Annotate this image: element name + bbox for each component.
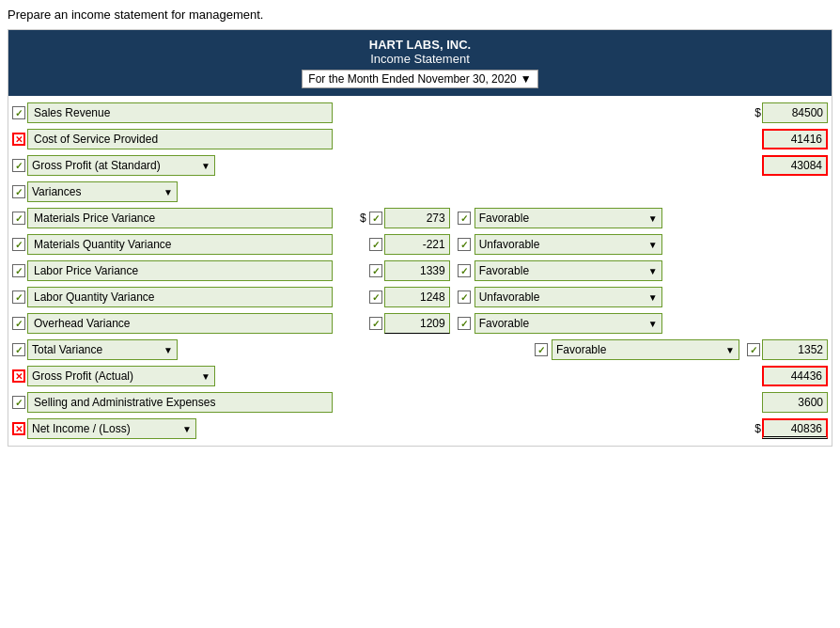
mat-price-checkbox[interactable] — [12, 212, 25, 225]
sales-revenue-row: Sales Revenue $ 84500 — [8, 100, 832, 126]
labor-qty-label[interactable]: Labor Quantity Variance — [27, 287, 333, 307]
statement-header: HART LABS, INC. Income Statement For the… — [8, 30, 832, 96]
gross-profit-std-dropdown[interactable]: Gross Profit (at Standard) ▼ — [27, 155, 215, 176]
mat-qty-variance-arrow: ▼ — [648, 240, 658, 250]
company-name: HART LABS, INC. — [12, 38, 828, 52]
total-variance-row: Total Variance ▼ Favorable ▼ 1352 — [8, 337, 832, 363]
total-variance-label: Total Variance — [32, 343, 102, 356]
variances-row: Variances ▼ — [8, 179, 832, 205]
variances-arrow: ▼ — [163, 187, 173, 197]
total-variance-arrow: ▼ — [163, 345, 173, 355]
cost-of-service-row: Cost of Service Provided 41416 — [8, 126, 832, 152]
total-variance-type-dropdown[interactable]: Favorable ▼ — [552, 339, 739, 360]
mat-qty-row: Materials Quantity Variance $ -221 Unfav… — [8, 231, 832, 258]
total-variance-dropdown[interactable]: Total Variance ▼ — [27, 339, 178, 360]
mat-qty-amt-checkbox[interactable] — [369, 238, 382, 251]
labor-price-label[interactable]: Labor Price Variance — [27, 260, 333, 281]
mat-qty-amount[interactable]: -221 — [384, 234, 450, 255]
labor-qty-checkbox[interactable] — [12, 290, 25, 304]
gross-profit-actual-arrow: ▼ — [201, 371, 210, 382]
cost-of-service-label[interactable]: Cost of Service Provided — [27, 129, 333, 149]
labor-price-checkbox[interactable] — [12, 264, 25, 277]
gross-profit-actual-checkbox[interactable] — [12, 369, 25, 383]
gross-profit-actual-label: Gross Profit (Actual) — [32, 369, 133, 383]
total-variance-checkbox[interactable] — [12, 343, 25, 356]
cost-of-service-checkbox[interactable] — [12, 133, 25, 146]
gross-profit-std-amount[interactable]: 43084 — [762, 155, 828, 176]
overhead-variance-dropdown[interactable]: Favorable ▼ — [474, 313, 662, 334]
mat-price-amt-checkbox[interactable] — [369, 212, 382, 225]
overhead-row: Overhead Variance $ 1209 Favorable ▼ — [8, 310, 832, 337]
net-income-checkbox[interactable] — [12, 422, 25, 435]
labor-price-var-checkbox[interactable] — [458, 264, 471, 277]
gross-profit-std-row: Gross Profit (at Standard) ▼ 43084 — [8, 152, 832, 179]
net-income-row: Net Income / (Loss) ▼ $ 40836 — [8, 416, 832, 442]
labor-price-amount[interactable]: 1339 — [384, 260, 450, 281]
overhead-checkbox[interactable] — [12, 317, 25, 330]
labor-price-amt-checkbox[interactable] — [369, 264, 382, 277]
overhead-label[interactable]: Overhead Variance — [27, 313, 333, 334]
labor-qty-variance-arrow: ▼ — [648, 292, 658, 303]
total-variance-var-checkbox[interactable] — [535, 343, 548, 356]
period-label: For the Month Ended November 30, 2020 — [308, 72, 516, 86]
period-dropdown-arrow: ▼ — [521, 72, 532, 86]
sales-revenue-checkbox[interactable] — [12, 106, 25, 119]
labor-qty-var-checkbox[interactable] — [458, 290, 471, 304]
mat-price-variance-arrow: ▼ — [648, 213, 658, 224]
gross-profit-actual-amount[interactable]: 44436 — [762, 366, 828, 386]
labor-qty-row: Labor Quantity Variance $ 1248 Unfavorab… — [8, 284, 832, 310]
mat-qty-checkbox[interactable] — [12, 238, 25, 251]
statement-body: Sales Revenue $ 84500 Cost of Service Pr… — [8, 96, 832, 446]
variances-label: Variances — [32, 185, 81, 198]
variances-checkbox[interactable] — [12, 185, 25, 198]
mat-qty-label[interactable]: Materials Quantity Variance — [27, 234, 333, 255]
period-selector[interactable]: For the Month Ended November 30, 2020 ▼ — [302, 70, 537, 88]
labor-qty-amt-checkbox[interactable] — [369, 290, 382, 304]
gross-profit-std-checkbox[interactable] — [12, 159, 25, 172]
total-variance-type-arrow: ▼ — [725, 345, 735, 355]
overhead-variance-arrow: ▼ — [648, 319, 658, 329]
overhead-variance-label: Favorable — [479, 317, 529, 330]
selling-admin-label[interactable]: Selling and Administrative Expenses — [27, 392, 333, 413]
cost-of-service-amount[interactable]: 41416 — [762, 129, 828, 149]
selling-admin-row: Selling and Administrative Expenses 3600 — [8, 389, 832, 416]
gross-profit-std-arrow: ▼ — [201, 161, 210, 171]
gross-profit-actual-dropdown[interactable]: Gross Profit (Actual) ▼ — [27, 366, 215, 386]
gross-profit-std-label: Gross Profit (at Standard) — [32, 159, 161, 172]
variances-dropdown[interactable]: Variances ▼ — [27, 181, 178, 202]
mat-qty-var-checkbox[interactable] — [458, 238, 471, 251]
selling-admin-amount[interactable]: 3600 — [762, 392, 828, 413]
labor-qty-amount[interactable]: 1248 — [384, 287, 450, 307]
mat-qty-variance-dropdown[interactable]: Unfavorable ▼ — [474, 234, 662, 255]
overhead-var-checkbox[interactable] — [458, 317, 471, 330]
sales-dollar-sign: $ — [754, 106, 761, 119]
labor-qty-variance-dropdown[interactable]: Unfavorable ▼ — [474, 287, 662, 307]
mat-price-variance-dropdown[interactable]: Favorable ▼ — [474, 208, 662, 228]
net-income-label: Net Income / (Loss) — [32, 422, 131, 435]
mat-price-dollar: $ — [360, 212, 366, 225]
mat-price-var-checkbox[interactable] — [458, 212, 471, 225]
labor-price-variance-dropdown[interactable]: Favorable ▼ — [474, 260, 662, 281]
labor-price-variance-arrow: ▼ — [648, 266, 658, 276]
sales-revenue-amount[interactable]: 84500 — [762, 102, 828, 123]
mat-price-row: Materials Price Variance $ 273 Favorable… — [8, 205, 832, 231]
net-income-amount[interactable]: 40836 — [762, 418, 828, 439]
net-income-dollar-bottom: $ — [754, 422, 761, 435]
net-income-dropdown[interactable]: Net Income / (Loss) ▼ — [27, 418, 196, 439]
selling-admin-checkbox[interactable] — [12, 396, 25, 409]
statement-title: Income Statement — [12, 52, 828, 66]
overhead-amount[interactable]: 1209 — [384, 313, 450, 334]
total-variance-total-checkbox[interactable] — [747, 343, 760, 356]
gross-profit-actual-row: Gross Profit (Actual) ▼ 44436 — [8, 363, 832, 389]
net-income-arrow: ▼ — [182, 424, 192, 434]
mat-price-amount[interactable]: 273 — [384, 208, 450, 228]
labor-price-variance-label: Favorable — [479, 264, 529, 277]
labor-qty-variance-label: Unfavorable — [479, 290, 540, 304]
overhead-amt-checkbox[interactable] — [369, 317, 382, 330]
mat-price-label[interactable]: Materials Price Variance — [27, 208, 333, 228]
sales-revenue-label[interactable]: Sales Revenue — [27, 102, 333, 123]
intro-text: Prepare an income statement for manageme… — [8, 8, 832, 22]
mat-price-variance-label: Favorable — [479, 212, 529, 225]
mat-qty-variance-label: Unfavorable — [479, 238, 540, 251]
total-variance-total[interactable]: 1352 — [762, 339, 828, 360]
